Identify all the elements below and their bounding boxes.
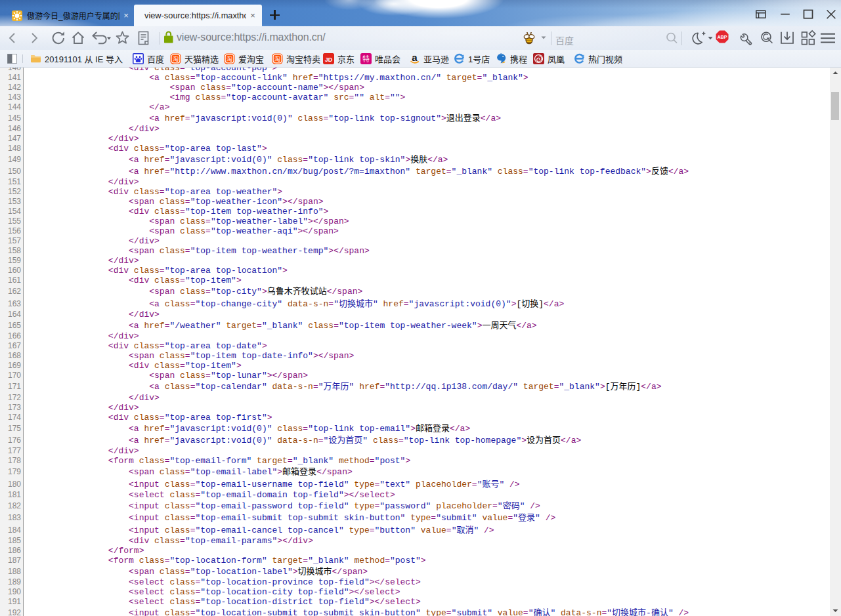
svg-text:淘: 淘	[226, 54, 232, 63]
svg-text:特: 特	[362, 53, 370, 64]
svg-text:淘: 淘	[274, 54, 280, 63]
svg-text:淘: 淘	[173, 54, 179, 63]
svg-text:JD: JD	[325, 56, 333, 62]
svg-text:ABP: ABP	[717, 34, 727, 40]
svg-text:a: a	[412, 53, 418, 63]
